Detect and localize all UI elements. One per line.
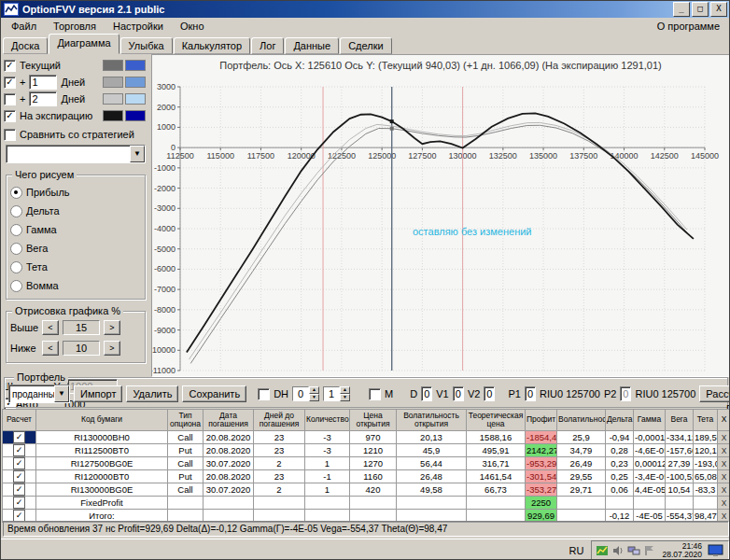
- compare-strategy-checkbox[interactable]: [4, 129, 16, 141]
- calc-go-button[interactable]: Рассчитать ГО: [699, 385, 730, 402]
- above-increment-button[interactable]: >: [104, 320, 120, 335]
- dh-spinner-2[interactable]: 1 ▲▼: [323, 386, 350, 401]
- m-label: M: [385, 388, 393, 399]
- portfolio-preset-combobox[interactable]: проданный ст ▼: [8, 385, 70, 403]
- profit-chart[interactable]: -11000-10000-9000-8000-7000-6000-5000-40…: [152, 74, 729, 378]
- tab-4[interactable]: Лог: [251, 37, 284, 54]
- d-input[interactable]: 0: [421, 386, 432, 401]
- row-select-cell[interactable]: ✓: [3, 444, 36, 457]
- tab-3[interactable]: Калькулятор: [174, 37, 250, 54]
- menu-item-2[interactable]: Настройки: [105, 19, 172, 34]
- row-delete-button[interactable]: X: [718, 431, 730, 444]
- language-indicator[interactable]: RU: [564, 543, 590, 558]
- chevron-down-icon[interactable]: ▼: [54, 385, 69, 402]
- cell: [204, 497, 254, 510]
- below-increment-button[interactable]: >: [104, 341, 120, 356]
- p1-input[interactable]: 0: [525, 386, 536, 401]
- row-select-cell[interactable]: ✓: [3, 497, 36, 510]
- days-input-2[interactable]: 2: [29, 91, 57, 106]
- tab-1[interactable]: Диаграмма: [49, 34, 119, 54]
- render-percent-title: Отрисовка графика %: [12, 305, 123, 316]
- network-icon[interactable]: [627, 544, 640, 557]
- menu-item-3[interactable]: Окно: [172, 19, 213, 34]
- system-tray: 21:46 28.07.2020: [591, 540, 729, 560]
- legend-checkbox-1[interactable]: ✓: [4, 77, 16, 89]
- cell: -3: [305, 444, 350, 457]
- p2-input[interactable]: 0: [620, 386, 631, 401]
- chevron-down-icon[interactable]: ▼: [130, 146, 145, 162]
- row-checkbox[interactable]: ✓: [13, 444, 25, 456]
- row-checkbox[interactable]: ✓: [13, 457, 25, 469]
- minimize-button[interactable]: _: [673, 2, 690, 17]
- row-delete-button[interactable]: X: [718, 497, 730, 510]
- menu-about[interactable]: О программе: [650, 19, 727, 34]
- cell: 23: [254, 431, 305, 444]
- above-decrement-button[interactable]: <: [42, 320, 59, 335]
- radio-Гамма[interactable]: [10, 224, 22, 236]
- radio-Тета[interactable]: [10, 261, 22, 273]
- v2-input[interactable]: 0: [484, 386, 495, 401]
- row-checkbox[interactable]: ✓: [13, 483, 25, 496]
- spin-up-icon[interactable]: ▲: [340, 386, 350, 394]
- import-button[interactable]: Импорт: [74, 385, 122, 402]
- radio-Дельта[interactable]: [10, 205, 22, 217]
- days-input-1[interactable]: 1: [29, 75, 57, 90]
- spin-down-icon[interactable]: ▼: [309, 394, 319, 401]
- save-button[interactable]: Сохранить: [182, 385, 246, 402]
- cell: -3,4E-05: [634, 470, 666, 483]
- radio-Вега[interactable]: [10, 243, 22, 255]
- row-delete-button[interactable]: X: [718, 444, 730, 457]
- v1-input[interactable]: 0: [453, 386, 464, 401]
- row-checkbox[interactable]: ✓: [13, 470, 25, 483]
- tray-app-icon[interactable]: [596, 544, 609, 557]
- close-button[interactable]: X: [710, 2, 727, 17]
- radio-Вомма[interactable]: [10, 280, 22, 292]
- tab-5[interactable]: Данные: [285, 37, 339, 54]
- dh-spinner-1[interactable]: 0 ▲▼: [292, 386, 319, 401]
- legend-checkbox-0[interactable]: ✓: [4, 60, 16, 72]
- volume-icon[interactable]: [611, 544, 625, 557]
- menu-item-1[interactable]: Торговля: [45, 19, 105, 34]
- cell: -334,12: [666, 431, 694, 444]
- spin-down-icon[interactable]: ▼: [340, 394, 350, 401]
- legend-checkbox-3[interactable]: ✓: [4, 110, 16, 122]
- p2-label: P2: [604, 388, 616, 399]
- menu-item-0[interactable]: Файл: [3, 19, 45, 34]
- legend-swatches-1: [103, 77, 146, 88]
- delete-button[interactable]: Удалить: [126, 385, 178, 402]
- row-checkbox[interactable]: ✓: [13, 497, 25, 509]
- cell: 20,13: [397, 431, 467, 444]
- row-delete-button[interactable]: X: [718, 457, 730, 470]
- m-checkbox[interactable]: [369, 388, 381, 400]
- spin-up-icon[interactable]: ▲: [309, 386, 319, 394]
- legend-swatches-0: [103, 60, 146, 71]
- dh-checkbox[interactable]: [258, 388, 270, 400]
- row-select-cell[interactable]: ✓: [3, 483, 36, 497]
- table-row: ✓RI112500BT0Put20.08.202023-3121045,9495…: [3, 444, 730, 457]
- below-decrement-button[interactable]: <: [42, 341, 59, 356]
- radio-row-4: Тета: [10, 258, 141, 276]
- cell: 45,9: [397, 444, 467, 457]
- column-header-11: Дельта: [606, 410, 634, 431]
- tab-0[interactable]: Доска: [3, 37, 48, 54]
- strategy-combobox[interactable]: ▼: [6, 145, 146, 163]
- tab-6[interactable]: Сделки: [340, 37, 392, 54]
- above-label: Выше: [10, 322, 38, 333]
- row-delete-button[interactable]: X: [718, 483, 730, 497]
- legend-checkbox-2[interactable]: [4, 93, 16, 105]
- row-checkbox[interactable]: ✓: [13, 431, 25, 443]
- cell: 20.08.2020: [204, 444, 254, 457]
- cell: -0,94: [606, 431, 634, 444]
- row-delete-button[interactable]: X: [718, 470, 730, 483]
- clock[interactable]: 21:46 28.07.2020: [659, 542, 705, 559]
- maximize-button[interactable]: □: [692, 2, 709, 17]
- flag-icon[interactable]: [643, 544, 656, 557]
- display-icon[interactable]: [708, 544, 724, 557]
- cell: 0,25: [606, 470, 634, 483]
- cell: 120,17: [694, 444, 718, 457]
- radio-Прибыль[interactable]: [10, 187, 22, 199]
- row-select-cell[interactable]: ✓: [3, 431, 36, 444]
- tab-2[interactable]: Улыбка: [120, 37, 173, 54]
- row-select-cell[interactable]: ✓: [3, 457, 36, 470]
- row-select-cell[interactable]: ✓: [3, 470, 36, 483]
